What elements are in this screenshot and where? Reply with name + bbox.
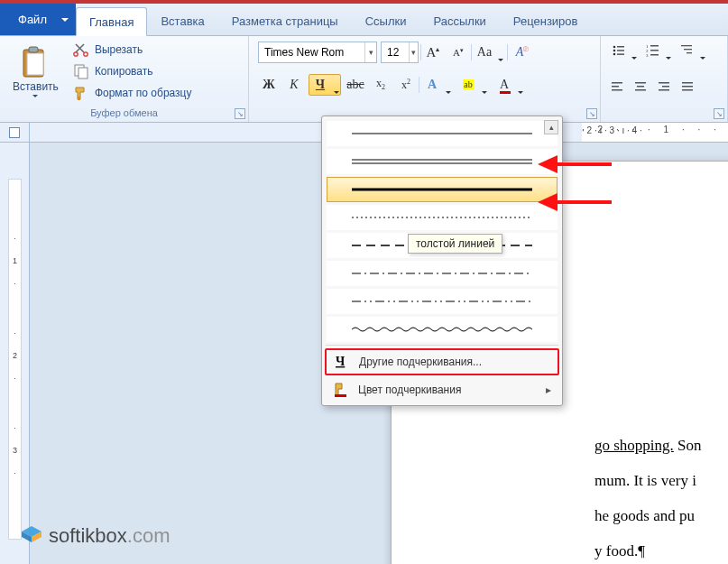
tab-references[interactable]: Ссылки xyxy=(352,7,420,35)
ruler-vertical[interactable]: · 1 · · 2 · · 3 · xyxy=(0,143,30,564)
bold-button[interactable]: Ж xyxy=(258,74,280,96)
paragraph-row-2 xyxy=(606,76,722,97)
align-left-icon xyxy=(611,80,623,93)
align-center-button[interactable] xyxy=(630,76,651,97)
tab-mailings[interactable]: Рассылки xyxy=(420,7,500,35)
change-case-button[interactable]: Aa xyxy=(473,42,505,63)
numbering-icon: 123 xyxy=(646,44,659,57)
tab-layout[interactable]: Разметка страницы xyxy=(218,7,352,35)
dropdown-scroll-up[interactable]: ▴ xyxy=(544,120,558,134)
svg-rect-9 xyxy=(617,46,624,48)
svg-rect-44 xyxy=(335,394,346,397)
svg-rect-13 xyxy=(617,53,624,55)
font-size-dropdown-icon[interactable]: ▾ xyxy=(409,42,418,62)
format-painter-button[interactable]: Формат по образцу xyxy=(68,83,198,103)
copy-button[interactable]: Копировать xyxy=(68,61,198,81)
font-size-combo[interactable]: ▾ xyxy=(381,42,419,63)
chevron-down-icon xyxy=(446,91,451,94)
svg-text:Ч: Ч xyxy=(336,355,346,368)
underline-color-menuitem[interactable]: Цвет подчеркивания ▸ xyxy=(324,376,560,403)
tab-insert[interactable]: Вставка xyxy=(147,7,217,35)
svg-point-4 xyxy=(84,52,88,56)
align-left-button[interactable] xyxy=(606,76,628,97)
text-effects-button[interactable]: A xyxy=(420,74,453,96)
multilevel-button[interactable] xyxy=(675,40,707,61)
cut-button[interactable]: Вырезать xyxy=(68,40,198,60)
paragraph-launcher[interactable]: ↘ xyxy=(714,108,724,119)
annotation-arrow-2 xyxy=(538,193,558,211)
highlight-button[interactable]: ab xyxy=(456,74,489,96)
font-row-1: ▾ ▾ A▴ A▾ Aa A⎚ xyxy=(258,42,591,63)
tab-review[interactable]: Рецензиров xyxy=(500,7,592,35)
dropdown-separator xyxy=(326,345,558,346)
underline-style-single[interactable] xyxy=(327,121,558,146)
superscript-button[interactable]: x2 xyxy=(395,74,417,96)
justify-icon xyxy=(681,80,694,93)
tab-file-label: Файл xyxy=(18,13,58,26)
tooltip-text: толстой линией xyxy=(416,237,494,250)
watermark-text2: .com xyxy=(127,524,170,547)
paste-button[interactable]: Вставить xyxy=(5,40,66,103)
font-color-button[interactable]: A xyxy=(493,74,525,96)
underline-style-thick[interactable] xyxy=(327,177,558,202)
strikethrough-button[interactable]: abc xyxy=(345,74,366,96)
underline-button[interactable]: Ч xyxy=(309,74,341,96)
font-size-input[interactable] xyxy=(382,46,409,59)
underline-style-dotted[interactable] xyxy=(327,205,558,230)
ruler-corner[interactable] xyxy=(0,123,30,142)
chevron-down-icon xyxy=(700,57,705,60)
subscript-icon: x2 xyxy=(376,77,385,91)
align-right-button[interactable] xyxy=(653,76,675,97)
font-launcher[interactable]: ↘ xyxy=(586,108,597,119)
italic-button[interactable]: К xyxy=(283,74,305,96)
font-name-dropdown-icon[interactable]: ▾ xyxy=(364,42,376,62)
paragraph-group-label xyxy=(606,106,722,120)
svg-text:3: 3 xyxy=(646,53,649,57)
align-right-icon xyxy=(658,80,670,93)
font-name-input[interactable] xyxy=(259,46,364,59)
shrink-font-button[interactable]: A▾ xyxy=(447,42,469,63)
justify-button[interactable] xyxy=(677,76,698,97)
underline-tooltip: толстой линией xyxy=(408,234,502,254)
underline-double-icon xyxy=(352,156,532,167)
underline-style-dashdot[interactable] xyxy=(327,261,558,286)
ruler-horizontal[interactable]: · 2 · ı · 3 · ı · 4 · xyxy=(582,123,728,142)
tab-layout-label: Разметка страницы xyxy=(232,14,338,28)
tab-home[interactable]: Главная xyxy=(76,7,147,36)
watermark-logo-icon xyxy=(20,524,43,548)
underline-label: Ч xyxy=(316,78,325,92)
svg-rect-21 xyxy=(684,49,692,50)
font-name-combo[interactable]: ▾ xyxy=(258,42,377,63)
submenu-arrow-icon: ▸ xyxy=(546,384,551,396)
underline-style-dashdotdot[interactable] xyxy=(327,289,558,314)
tab-stop-selector xyxy=(9,127,20,138)
svg-rect-2 xyxy=(29,47,38,52)
change-case-label: Aa xyxy=(477,45,492,60)
underline-style-double[interactable] xyxy=(327,149,558,174)
underline-wavy-icon xyxy=(352,324,532,335)
chevron-down-icon xyxy=(482,91,487,94)
tab-file[interactable]: Файл xyxy=(0,4,76,35)
font-color-icon: A xyxy=(500,78,509,92)
align-center-icon xyxy=(634,80,647,93)
clipboard-launcher[interactable]: ↘ xyxy=(235,108,245,119)
underline-style-wavy[interactable] xyxy=(327,317,558,342)
underline-more-menuitem[interactable]: Ч Другие подчеркивания... xyxy=(325,348,559,375)
underline-thick-icon xyxy=(352,184,532,195)
document-text[interactable]: go shopping. Son mum. It is very i he go… xyxy=(594,428,702,564)
svg-point-10 xyxy=(613,50,616,52)
annotation-arrow-2-line xyxy=(558,200,612,204)
svg-rect-22 xyxy=(687,52,692,53)
grow-font-button[interactable]: A▴ xyxy=(422,42,444,63)
numbering-button[interactable]: 123 xyxy=(640,40,673,61)
svg-rect-25 xyxy=(612,89,622,91)
cut-label: Вырезать xyxy=(95,43,143,56)
subscript-button[interactable]: x2 xyxy=(370,74,392,96)
underline-dropdown: ▴ Ч Другие подчеркивания... Цвет подчерк… xyxy=(321,116,563,406)
svg-rect-11 xyxy=(617,50,624,51)
svg-rect-17 xyxy=(650,50,659,51)
watermark-text: softikbox.com xyxy=(49,524,170,548)
clear-formatting-button[interactable]: A⎚ xyxy=(509,42,530,63)
bullets-button[interactable] xyxy=(606,40,639,61)
text-line2: mum. It is very i xyxy=(594,472,696,489)
